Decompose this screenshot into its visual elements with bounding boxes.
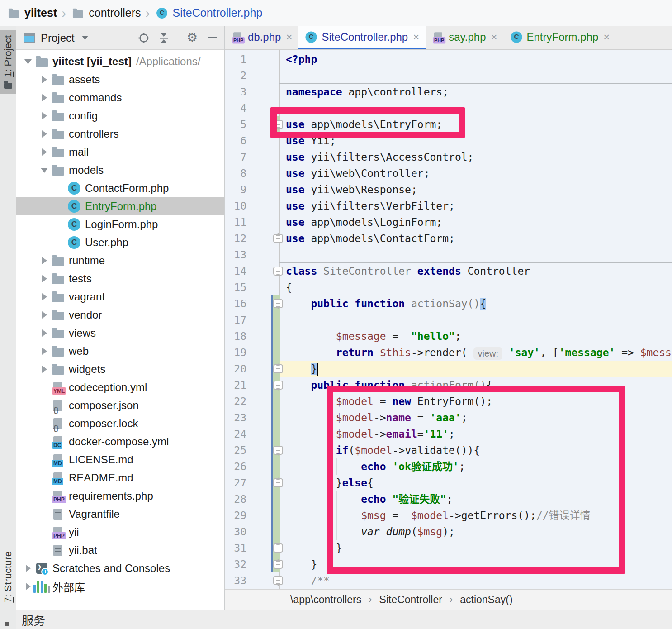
fold-marker-icon[interactable]: [273, 234, 283, 243]
tree-row-config[interactable]: config: [16, 107, 224, 125]
tree-row-yii-bat[interactable]: yii.bat: [16, 541, 224, 559]
tree-row-contactform-php[interactable]: CContactForm.php: [16, 179, 224, 197]
code-line-2[interactable]: 2: [225, 67, 672, 84]
tree-row-yiitest-yii_test-[interactable]: yiitest [yii_test]/Applications/: [16, 52, 224, 71]
line-number[interactable]: 1: [225, 51, 246, 67]
line-number[interactable]: 11: [225, 214, 246, 230]
breadcrumb-item-yiitest[interactable]: yiitest: [6, 6, 57, 20]
line-number[interactable]: 30: [225, 524, 246, 540]
fold-marker-icon[interactable]: [273, 576, 283, 585]
editor-tab-db-php[interactable]: PHPdb.php×: [225, 26, 298, 49]
line-number[interactable]: 20: [225, 361, 246, 377]
code-line-30[interactable]: 30 var_dump($msg);: [225, 524, 672, 540]
tree-row-web[interactable]: web: [16, 342, 224, 360]
editor-breadcrumb-actionsay-[interactable]: actionSay(): [460, 594, 512, 606]
code-line-19[interactable]: 19 return $this->render( view: 'say', ['…: [225, 344, 672, 361]
tree-row-requirements-php[interactable]: PHPrequirements.php: [16, 487, 224, 505]
line-number[interactable]: 19: [225, 344, 246, 361]
tree-expand-arrow-icon[interactable]: [38, 366, 51, 373]
tree-row-assets[interactable]: assets: [16, 71, 224, 89]
tree-expand-arrow-icon[interactable]: [22, 59, 34, 64]
line-number[interactable]: 25: [225, 442, 246, 458]
line-number[interactable]: 10: [225, 198, 246, 214]
fold-marker-icon[interactable]: [273, 381, 283, 390]
code-line-20[interactable]: 20 }: [225, 361, 672, 377]
breadcrumb-item-sitecontroller-php[interactable]: CSiteController.php: [155, 6, 263, 20]
code-line-24[interactable]: 24 $model->email='11';: [225, 426, 672, 442]
tree-expand-arrow-icon[interactable]: [22, 565, 34, 572]
line-number[interactable]: 24: [225, 426, 246, 442]
line-number[interactable]: 33: [225, 572, 246, 589]
line-number[interactable]: 7: [225, 149, 246, 165]
code-line-1[interactable]: 1<?php: [225, 51, 672, 67]
tree-row-models[interactable]: models: [16, 161, 224, 179]
locate-file-button[interactable]: [136, 30, 151, 46]
project-panel-title[interactable]: Project: [41, 32, 75, 44]
tree-row-scratches-and-consoles[interactable]: Scratches and Consoles: [16, 559, 224, 577]
editor-tab-sitecontroller-php[interactable]: CSiteController.php×: [298, 26, 426, 49]
tree-row-yii[interactable]: PHPyii: [16, 523, 224, 541]
code-line-10[interactable]: 10use yii\filters\VerbFilter;: [225, 198, 672, 214]
line-number[interactable]: 17: [225, 312, 246, 328]
tree-row-entryform-php[interactable]: CEntryForm.php: [16, 197, 224, 215]
code-line-5[interactable]: 5use app\models\EntryForm;: [225, 116, 672, 133]
tree-expand-arrow-icon[interactable]: [38, 112, 51, 119]
code-line-27[interactable]: 27 }else{: [225, 475, 672, 491]
tree-row-controllers[interactable]: controllers: [16, 125, 224, 143]
line-number[interactable]: 23: [225, 410, 246, 426]
tree-row-codeception-yml[interactable]: YMLcodeception.yml: [16, 378, 224, 396]
tree-row-vagrantfile[interactable]: Vagrantfile: [16, 505, 224, 523]
line-number[interactable]: 13: [225, 247, 246, 263]
fold-marker-icon[interactable]: [273, 560, 283, 569]
line-number[interactable]: 27: [225, 475, 246, 491]
tree-row-composer-lock[interactable]: {}composer.lock: [16, 415, 224, 433]
line-number[interactable]: 28: [225, 491, 246, 507]
line-number[interactable]: 31: [225, 540, 246, 556]
editor-breadcrumb--app-controllers[interactable]: \app\controllers: [290, 594, 361, 606]
code-line-23[interactable]: 23 $model->name = 'aaa';: [225, 410, 672, 426]
tree-expand-arrow-icon[interactable]: [22, 583, 34, 590]
code-line-11[interactable]: 11use app\models\LoginForm;: [225, 214, 672, 230]
settings-button[interactable]: ⚙: [185, 30, 200, 46]
tree-expand-arrow-icon[interactable]: [38, 275, 51, 282]
line-number[interactable]: 22: [225, 393, 246, 410]
code-line-9[interactable]: 9use yii\web\Response;: [225, 181, 672, 198]
line-number[interactable]: 18: [225, 328, 246, 344]
fold-marker-icon[interactable]: [273, 446, 283, 455]
tree-expand-arrow-icon[interactable]: [38, 94, 51, 101]
chevron-down-icon[interactable]: [82, 36, 88, 40]
tree-row-runtime[interactable]: runtime: [16, 252, 224, 270]
line-number[interactable]: 29: [225, 507, 246, 524]
code-line-21[interactable]: 21 public function actionForm(){: [225, 377, 672, 393]
tree-row-views[interactable]: views: [16, 324, 224, 342]
editor-tab-say-php[interactable]: PHPsay.php×: [426, 26, 503, 49]
toolwindow-corner-icon[interactable]: [5, 622, 9, 626]
line-number[interactable]: 21: [225, 377, 246, 393]
line-number[interactable]: 9: [225, 181, 246, 198]
code-line-22[interactable]: 22 $model = new EntryForm();: [225, 393, 672, 410]
services-toolwindow-button[interactable]: 服务: [22, 611, 45, 628]
editor-tab-entryform-php[interactable]: CEntryForm.php×: [504, 26, 616, 49]
line-number[interactable]: 12: [225, 230, 246, 247]
breadcrumb-item-controllers[interactable]: controllers: [71, 6, 141, 20]
code-line-12[interactable]: 12use app\models\ContactForm;: [225, 230, 672, 247]
fold-marker-icon[interactable]: [273, 364, 283, 373]
tree-expand-arrow-icon[interactable]: [38, 293, 51, 300]
code-line-8[interactable]: 8use yii\web\Controller;: [225, 165, 672, 181]
tree-row-loginform-php[interactable]: CLoginForm.php: [16, 215, 224, 233]
code-line-32[interactable]: 32 }: [225, 556, 672, 572]
tree-row-user-php[interactable]: CUser.php: [16, 233, 224, 252]
tree-row-mail[interactable]: mail: [16, 143, 224, 161]
tree-row-commands[interactable]: commands: [16, 89, 224, 107]
code-line-14[interactable]: 14class SiteController extends Controlle…: [225, 263, 672, 279]
tree-row-vendor[interactable]: vendor: [16, 306, 224, 324]
close-icon[interactable]: ×: [413, 31, 419, 43]
tree-expand-arrow-icon[interactable]: [38, 329, 51, 337]
code-line-29[interactable]: 29 $msg = $model->getErrors();//错误详情: [225, 507, 672, 524]
tree-row-tests[interactable]: tests: [16, 270, 224, 288]
code-line-26[interactable]: 26 echo 'ok验证成功';: [225, 458, 672, 475]
collapse-all-button[interactable]: [156, 30, 171, 46]
toolwindow-tab-structure[interactable]: 7: Structure: [0, 546, 16, 608]
fold-marker-icon[interactable]: [273, 299, 283, 308]
code-line-3[interactable]: 3namespace app\controllers;: [225, 84, 672, 100]
